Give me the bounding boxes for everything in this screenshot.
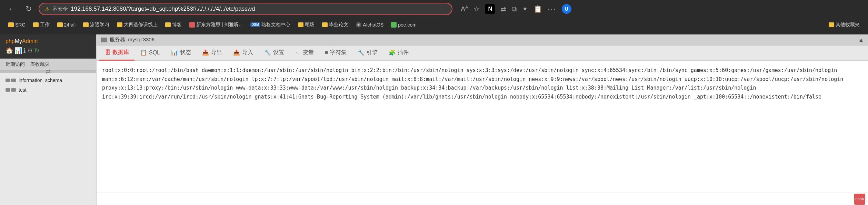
bookmark-pentest[interactable]: 渗透学习 (80, 21, 112, 29)
server-title: 服务器: mysql:3306 (110, 37, 154, 43)
database-tab-icon: 🗄 (105, 50, 110, 56)
sql-tab-icon: 📋 (140, 49, 147, 56)
recent-link[interactable]: 近期访问 (6, 61, 25, 68)
passwd-content: root:x:0:0:root:/root:/bin/bash daemon:x… (97, 61, 868, 193)
pma-icons: 🏠 📊 ℹ ⚙ ↻ (6, 47, 39, 54)
folder-icon (83, 22, 89, 27)
bookmark-xdf[interactable]: 新东方雅思 | 剑雅听... (187, 21, 246, 29)
font-button[interactable]: AA (461, 5, 468, 13)
split-button[interactable]: ⧉ (512, 5, 517, 13)
tab-engine-label: 引擎 (367, 49, 378, 56)
warning-icon: ⚠ (45, 6, 50, 12)
pma-logo: phpMyAdmin 🏠 📊 ℹ ⚙ ↻ (0, 34, 96, 59)
back-button[interactable]: ← (6, 3, 19, 15)
insecure-label: 不安全 (52, 6, 68, 12)
bookmark-src[interactable]: SRC (6, 21, 28, 29)
address-bar[interactable]: ⚠ 不安全 192.168.57.142:8080/?target=db_sql… (39, 3, 452, 15)
bookmark-work[interactable]: 工作 (30, 21, 52, 29)
tab-charset-label: 字符集 (330, 49, 347, 56)
tab-import-label: 导入 (242, 49, 253, 56)
server-header: 服务器: mysql:3306 ▲ (97, 34, 868, 45)
profile-icon[interactable]: U (562, 4, 571, 14)
tab-database-label: 数据库 (112, 49, 129, 56)
csdn-watermark: CSDN (854, 194, 865, 205)
nav-bar: ← ↻ ⚠ 不安全 192.168.57.142:8080/?target=db… (0, 0, 868, 18)
tab-charset[interactable]: ≡ 字符集 (319, 45, 352, 61)
folder-icon (298, 22, 303, 27)
bookmarks-bar: SRC 工作 24fall 渗透学习 大四选修课线上 博客 新东方雅思 | 剑雅… (0, 18, 868, 31)
folder-icon (8, 22, 14, 27)
folder-icon (33, 22, 39, 27)
nav-icons-right: AA ☆ N ⇄ ⧉ ✦ 📋 ··· U (461, 4, 571, 14)
database-list: information_schema test (0, 73, 96, 205)
favorites-button[interactable]: ✦ (522, 5, 528, 13)
ai-icon: ✦ (356, 22, 361, 28)
folder-icon (829, 22, 834, 27)
export-tab-icon: 📤 (202, 49, 209, 56)
bookmark-others[interactable]: 其他收藏夹 (826, 21, 862, 29)
bookmark-dsm[interactable]: DSM 珞格文档中心 (248, 21, 293, 29)
sidebar: phpMyAdmin 🏠 📊 ℹ ⚙ ↻ 近期访问 表收藏夹 ⇄ (0, 34, 97, 205)
notion-icon[interactable]: N (485, 4, 495, 14)
bookmark-poe[interactable]: poe.com (388, 21, 419, 29)
svg-text:✦: ✦ (358, 24, 360, 26)
tab-variables-label: 变量 (303, 49, 314, 56)
settings-tab-icon: 🔧 (264, 49, 271, 56)
variables-tab-icon: ↔ (295, 50, 301, 56)
refresh-button[interactable]: ↻ (23, 3, 34, 15)
db-expand-icon (6, 79, 16, 82)
db-name-information-schema: information_schema (19, 78, 62, 83)
bookmark-thesis[interactable]: 毕业论文 (319, 21, 351, 29)
more-button[interactable]: ··· (548, 4, 556, 13)
bookmark-button[interactable]: ☆ (473, 5, 480, 13)
db-icon[interactable]: 📊 (14, 47, 22, 54)
tab-plugins-label: 插件 (398, 49, 409, 56)
tab-export[interactable]: 📤 导出 (197, 45, 228, 61)
tab-settings[interactable]: 🔧 设置 (259, 45, 290, 61)
folder-icon (117, 22, 122, 27)
db-expand-icon (6, 88, 16, 92)
address-text: 192.168.57.142:8080/?target=db_sql.php%2… (71, 6, 446, 12)
db-name-test: test (19, 87, 27, 93)
tab-sql-label: SQL (149, 50, 160, 56)
sidebar-item-information-schema[interactable]: information_schema (0, 75, 96, 85)
extensions-button[interactable]: ⇄ (500, 5, 506, 13)
tab-engine[interactable]: 🔧 引擎 (352, 45, 383, 61)
server-icon (101, 38, 107, 42)
bookmark-aichat[interactable]: ✦ AIchatOS (353, 21, 386, 29)
logo-admin: Admin (22, 38, 38, 44)
tab-plugins[interactable]: 🧩 插件 (383, 45, 414, 61)
bookmark-24fall[interactable]: 24fall (54, 21, 78, 29)
tab-settings-label: 设置 (273, 49, 284, 56)
bookmark-course[interactable]: 大四选修课线上 (114, 21, 160, 29)
tab-import[interactable]: 📥 导入 (228, 45, 259, 61)
folder-icon (57, 22, 63, 27)
bookmark-target[interactable]: 靶场 (295, 21, 317, 29)
refresh-small-icon[interactable]: ↻ (34, 47, 39, 54)
info-icon[interactable]: ℹ (23, 47, 26, 54)
collapse-button[interactable]: ▲ (858, 37, 864, 43)
sidebar-item-test[interactable]: test (0, 85, 96, 95)
xdf-icon (189, 22, 195, 28)
tab-status[interactable]: 📊 状态 (166, 45, 197, 61)
folder-icon (322, 22, 328, 27)
bookmark-blog[interactable]: 博客 (162, 21, 184, 29)
import-tab-icon: 📥 (233, 49, 240, 56)
charset-tab-icon: ≡ (325, 50, 328, 56)
dsm-icon: DSM (250, 22, 260, 27)
poe-icon (391, 22, 397, 28)
logo-my: My (15, 38, 22, 44)
tab-database[interactable]: 🗄 数据库 (99, 45, 134, 61)
collections-button[interactable]: 📋 (533, 5, 542, 13)
logo-php: php (6, 38, 15, 44)
plugins-tab-icon: 🧩 (389, 49, 396, 56)
settings-icon[interactable]: ⚙ (27, 47, 33, 54)
tab-sql[interactable]: 📋 SQL (134, 46, 166, 60)
content-footer: CSDN (97, 193, 868, 205)
tab-variables[interactable]: ↔ 变量 (290, 45, 319, 61)
favorites-link[interactable]: 表收藏夹 (30, 61, 50, 68)
folder-icon (165, 22, 171, 27)
tab-status-label: 状态 (180, 49, 191, 56)
home-icon[interactable]: 🏠 (6, 47, 13, 54)
status-tab-icon: 📊 (171, 49, 178, 56)
